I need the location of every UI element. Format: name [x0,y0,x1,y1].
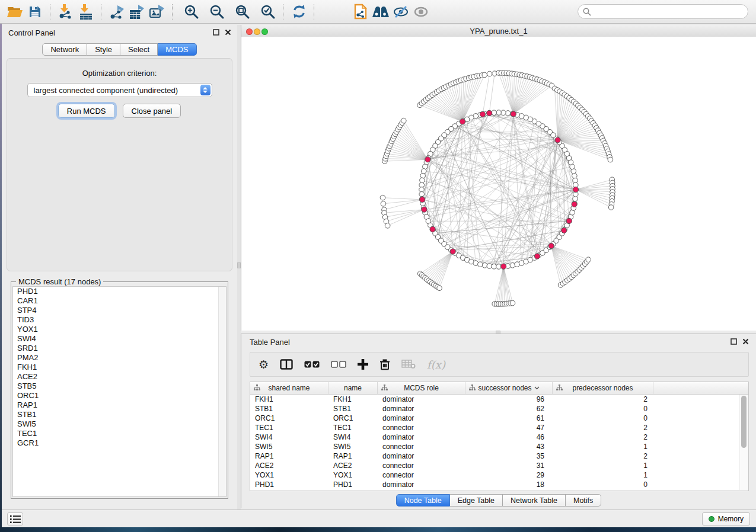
tab-motifs[interactable]: Motifs [566,494,601,507]
network-graph[interactable] [241,37,756,330]
float-panel-icon[interactable] [731,338,737,345]
column-header-name[interactable]: name [328,382,378,394]
float-panel-icon[interactable] [213,29,219,36]
deselect-all-rows-button[interactable] [331,355,346,373]
table-cell-mcds_role[interactable]: dominator [378,404,465,414]
mcds-result-node[interactable]: SWI5 [13,419,226,429]
table-cell-shared_name[interactable]: FKH1 [250,395,328,404]
tab-network-table[interactable]: Network Table [503,494,566,507]
import-network-button[interactable] [56,2,76,21]
mcds-result-node[interactable]: ACE2 [13,372,226,382]
table-cell-successor_nodes[interactable]: 35 [465,451,553,461]
column-header-shared-name[interactable]: shared name [250,382,328,394]
search-input[interactable] [594,7,743,17]
mcds-list-scrollbar[interactable] [218,287,226,496]
table-cell-mcds_role[interactable]: dominator [378,395,465,404]
column-header-predecessor-nodes[interactable]: predecessor nodes [553,382,653,394]
export-image-button[interactable] [147,2,167,21]
run-mcds-button[interactable]: Run MCDS [58,104,115,118]
table-cell-shared_name[interactable]: STB1 [250,404,328,414]
table-cell-successor_nodes[interactable]: 62 [465,404,553,414]
table-cell-name[interactable]: ORC1 [328,414,378,423]
table-cell-name[interactable]: SWI5 [328,442,378,451]
table-cell-shared_name[interactable]: SWI5 [250,442,328,451]
tab-node-table[interactable]: Node Table [396,494,450,507]
mcds-result-node[interactable]: STB5 [13,382,226,391]
delete-column-button[interactable] [379,355,390,373]
tab-select[interactable]: Select [120,43,158,56]
table-row[interactable]: RAP1RAP1dominator352 [250,451,748,461]
table-scrollbar-thumb[interactable] [741,396,747,448]
table-row[interactable]: ACE2ACE2connector311 [250,461,748,470]
show-graphics-details-button[interactable] [411,2,431,21]
table-row[interactable]: STB1STB1dominator620 [250,404,748,414]
table-cell-successor_nodes[interactable]: 46 [465,432,553,442]
table-cell-successor_nodes[interactable]: 96 [465,395,553,404]
table-cell-mcds_role[interactable]: connector [378,461,465,470]
table-cell-successor_nodes[interactable]: 18 [465,480,553,489]
table-row[interactable]: YOX1YOX1connector291 [250,470,748,480]
table-cell-shared_name[interactable]: TEC1 [250,423,328,432]
mcds-result-node[interactable]: TID3 [13,315,226,325]
table-cell-predecessor_nodes[interactable]: 2 [553,451,653,461]
table-cell-shared_name[interactable]: PHD1 [250,480,328,489]
tab-mcds[interactable]: MCDS [158,43,196,56]
close-panel-icon[interactable] [742,338,749,345]
table-cell-shared_name[interactable]: ORC1 [250,414,328,423]
table-cell-name[interactable]: TEC1 [328,423,378,432]
mcds-result-node[interactable]: RAP1 [13,400,226,410]
zoom-out-button[interactable] [207,2,227,21]
mcds-result-node[interactable]: FKH1 [13,363,226,372]
table-cell-successor_nodes[interactable]: 61 [465,414,553,423]
table-cell-mcds_role[interactable]: connector [378,423,465,432]
table-cell-mcds_role[interactable]: dominator [378,432,465,442]
table-cell-name[interactable]: RAP1 [328,451,378,461]
mcds-result-node[interactable]: SWI4 [13,334,226,344]
table-cell-mcds_role[interactable]: connector [378,442,465,451]
table-cell-name[interactable]: SWI4 [328,432,378,442]
table-cell-mcds_role[interactable]: connector [378,470,465,480]
table-cell-successor_nodes[interactable]: 29 [465,470,553,480]
mcds-result-node[interactable]: PMA2 [13,353,226,363]
table-cell-predecessor_nodes[interactable]: 1 [553,442,653,451]
table-scrollbar[interactable] [739,395,748,490]
open-session-button[interactable] [5,2,25,21]
table-cell-predecessor_nodes[interactable]: 1 [553,461,653,470]
table-row[interactable]: PHD1PHD1dominator180 [250,480,748,489]
table-cell-predecessor_nodes[interactable]: 0 [553,414,653,423]
table-row[interactable]: FKH1FKH1dominator962 [250,395,748,404]
save-session-button[interactable] [25,2,45,21]
mcds-result-list[interactable]: PHD1CAR1STP4TID3YOX1SWI4SRD1PMA2FKH1ACE2… [12,286,227,497]
table-cell-shared_name[interactable]: RAP1 [250,451,328,461]
tab-edge-table[interactable]: Edge Table [450,494,503,507]
close-panel-button[interactable]: Close panel [123,104,181,118]
table-row[interactable]: SWI4SWI4dominator462 [250,432,748,442]
mcds-result-node[interactable]: SRD1 [13,344,226,353]
share-document-button[interactable] [350,2,371,21]
mcds-result-node[interactable]: STB1 [13,410,226,419]
table-cell-predecessor_nodes[interactable]: 2 [553,423,653,432]
hide-graphics-details-button[interactable] [391,2,411,21]
memory-button[interactable]: Memory [702,512,750,525]
tab-network[interactable]: Network [42,43,87,56]
table-cell-predecessor_nodes[interactable]: 1 [553,470,653,480]
export-network-button[interactable] [107,2,127,21]
mcds-result-node[interactable]: STP4 [13,306,226,315]
table-cell-shared_name[interactable]: SWI4 [250,432,328,442]
table-cell-mcds_role[interactable]: dominator [378,451,465,461]
add-column-button[interactable] [358,355,368,373]
mcds-result-node[interactable]: ORC1 [13,391,226,400]
table-cell-name[interactable]: YOX1 [328,470,378,480]
import-table-button[interactable] [76,2,96,21]
delete-table-button[interactable] [401,355,416,373]
table-cell-shared_name[interactable]: YOX1 [250,470,328,480]
close-panel-icon[interactable] [225,29,231,36]
table-cell-successor_nodes[interactable]: 43 [465,442,553,451]
network-search-box[interactable] [578,4,748,19]
table-row[interactable]: TEC1TEC1connector472 [250,423,748,432]
function-builder-button[interactable]: f(x) [427,355,445,373]
table-cell-predecessor_nodes[interactable]: 2 [553,395,653,404]
table-options-button[interactable]: ⚙ [259,355,269,373]
mcds-result-node[interactable]: GCR1 [13,438,226,448]
mcds-result-node[interactable]: YOX1 [13,325,226,334]
